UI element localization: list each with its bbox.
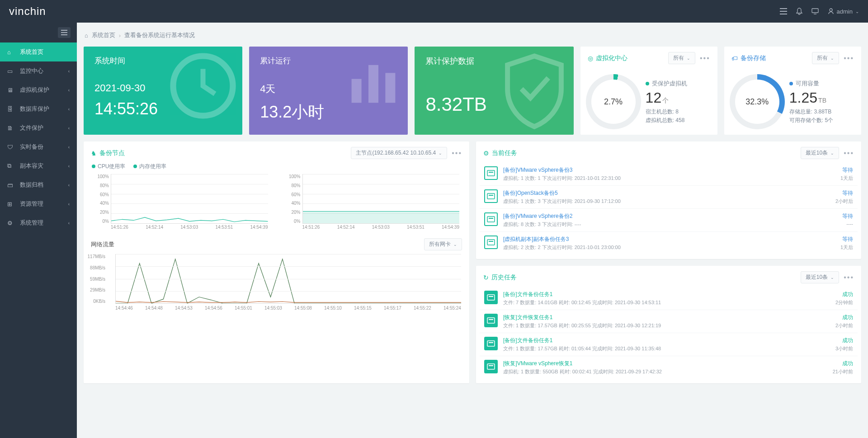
- task-row[interactable]: [备份]VMware vSphere备份3 虚拟机: 1 次数: 1 下次运行时…: [480, 163, 858, 186]
- sidebar-item-gear[interactable]: ⚙系统管理‹: [0, 213, 77, 232]
- task-type-icon: [484, 360, 498, 373]
- breadcrumb-sep: ›: [119, 32, 121, 39]
- sidebar-item-archive[interactable]: 🗃数据归档‹: [0, 175, 77, 194]
- task-type-icon: [484, 337, 498, 350]
- stat-line: 宿主机总数: 8: [646, 108, 712, 116]
- sidebar-toggle-row: [0, 23, 77, 42]
- sidebar-item-db[interactable]: 🗄数据库保护‹: [0, 99, 77, 118]
- task-row[interactable]: [备份]文件备份任务1 文件: 7 数据量: 14.01GB 耗时: 00:12…: [480, 287, 858, 310]
- task-subtitle: 文件: 1 数据量: 17.57GB 耗时: 01:05:44 完成时间: 20…: [503, 345, 830, 352]
- gauge-value: 2.7%: [586, 74, 641, 129]
- task-subtitle: 虚拟机: 1 次数: 1 下次运行时间: 2021-10-01 22:31:00: [503, 175, 835, 182]
- sidebar-item-shield[interactable]: 🛡实时备份‹: [0, 137, 77, 156]
- task-title: [备份]文件备份任务1: [503, 291, 830, 298]
- panel-title: ♞备份节点: [91, 149, 125, 157]
- brand-logo: vinchin: [9, 5, 46, 18]
- task-subtitle: 虚拟机: 1 数据量: 550GB 耗时: 00:02:41 完成时间: 202…: [503, 368, 827, 375]
- sidebar-item-copy[interactable]: ⧉副本容灾‹: [0, 156, 77, 175]
- task-status: 等待: [840, 166, 853, 174]
- panel-virt-center: ◎虚拟化中心 所有⌄ ••• 2.7% 受保护虚拟机 12个 宿主机总数: 8 …: [580, 47, 717, 135]
- home-icon: ⌂: [7, 49, 15, 56]
- current-filter-dropdown[interactable]: 最近10条⌄: [801, 147, 839, 159]
- chevron-down-icon: ⌄: [830, 275, 834, 280]
- stat-unit: TB: [818, 97, 826, 104]
- legend-cpu: CPU使用率: [98, 163, 125, 170]
- sidebar-item-resource[interactable]: ⊞资源管理‹: [0, 194, 77, 213]
- svg-rect-11: [489, 218, 493, 219]
- history-icon: ↻: [483, 274, 489, 281]
- task-title: [恢复]VMware vSphere恢复1: [503, 360, 827, 367]
- sidebar-item-monitor[interactable]: ▭监控中心‹: [0, 61, 77, 80]
- tile-protected-data: 累计保护数据 8.32TB: [415, 47, 573, 135]
- virt-filter-dropdown[interactable]: 所有⌄: [668, 52, 695, 64]
- svg-rect-19: [489, 342, 493, 343]
- clock-icon: [168, 51, 238, 121]
- task-title: [恢复]文件恢复任务1: [503, 314, 830, 321]
- mem-chart: 100%80%60%40%20%0% 14:51:2614:52:1414:53…: [283, 174, 462, 233]
- task-time: 2小时后: [835, 198, 853, 205]
- task-time: 1天后: [840, 175, 853, 182]
- task-row[interactable]: [备份]文件备份任务1 文件: 1 数据量: 17.57GB 耗时: 01:05…: [480, 333, 858, 356]
- cpu-chart: 100%80%60%40%20%0% 14:51:2614:52:1414:53…: [92, 174, 270, 233]
- sidebar-item-file[interactable]: 🗎文件保护‹: [0, 118, 77, 137]
- task-subtitle: 文件: 1 数据量: 17.57GB 耗时: 00:25:55 完成时间: 20…: [503, 322, 830, 329]
- task-type-icon: [484, 291, 498, 304]
- sidebar-item-label: 系统首页: [20, 48, 43, 56]
- history-filter-dropdown[interactable]: 最近10条⌄: [801, 271, 839, 283]
- sidebar-toggle-button[interactable]: [58, 27, 71, 38]
- sitemap-icon: ♞: [91, 150, 97, 157]
- file-icon: 🗎: [7, 125, 15, 132]
- sidebar-item-label: 数据库保护: [20, 105, 49, 113]
- more-icon[interactable]: •••: [844, 273, 854, 282]
- task-type-icon: [484, 235, 498, 249]
- task-type-icon: [484, 314, 498, 327]
- stat-line: 可用存储个数: 5个: [789, 117, 856, 124]
- chevron-down-icon: ⌄: [830, 56, 834, 61]
- sidebar-item-home[interactable]: ⌂系统首页: [0, 42, 77, 61]
- stat-value: 12: [646, 89, 662, 106]
- breadcrumb-home[interactable]: 系统首页: [92, 31, 115, 39]
- node-selector-dropdown[interactable]: 主节点(192.168.65.42 10.10.65.4⌄: [351, 147, 447, 159]
- svg-rect-8: [487, 193, 495, 199]
- vm-icon: 🖥: [7, 87, 15, 94]
- task-status: 等待: [842, 212, 853, 220]
- svg-point-1: [830, 9, 832, 11]
- svg-rect-12: [487, 240, 495, 245]
- panel-history-tasks: ↻历史任务 最近10条⌄ ••• [备份]文件备份任务1 文件: 7 数据量: …: [476, 266, 861, 383]
- task-status: 等待: [840, 235, 853, 243]
- task-row[interactable]: [恢复]VMware vSphere恢复1 虚拟机: 1 数据量: 550GB …: [480, 356, 858, 379]
- task-time: 2分钟前: [835, 299, 853, 306]
- bell-icon[interactable]: [796, 8, 802, 15]
- monitor-icon[interactable]: [811, 8, 819, 14]
- storage-filter-dropdown[interactable]: 所有⌄: [812, 52, 839, 64]
- list-icon[interactable]: [780, 8, 787, 14]
- svg-rect-0: [812, 9, 818, 13]
- task-subtitle: 文件: 7 数据量: 14.01GB 耗时: 00:12:45 完成时间: 20…: [503, 299, 830, 306]
- task-row[interactable]: [恢复]文件恢复任务1 文件: 1 数据量: 17.57GB 耗时: 00:25…: [480, 310, 858, 333]
- task-title: [备份]VMware vSphere备份2: [503, 212, 837, 220]
- more-icon[interactable]: •••: [452, 149, 462, 157]
- more-icon[interactable]: •••: [844, 149, 854, 157]
- panel-title: ◎虚拟化中心: [588, 54, 627, 62]
- nic-selector-dropdown[interactable]: 所有网卡⌄: [424, 238, 462, 250]
- task-row[interactable]: [虚拟机副本]副本备份任务3 虚拟机: 2 次数: 2 下次运行时间: 2021…: [480, 232, 858, 254]
- task-row[interactable]: [备份]VMware vSphere备份2 虚拟机: 8 次数: 3 下次运行时…: [480, 209, 858, 232]
- legend-label: 可用容量: [796, 80, 819, 87]
- sidebar-item-label: 实时备份: [20, 143, 43, 151]
- user-menu[interactable]: admin ⌄: [828, 8, 859, 15]
- bars-icon: [344, 51, 403, 111]
- tasks-icon: ⚙: [483, 150, 489, 157]
- task-row[interactable]: [备份]OpenStack备份5 虚拟机: 1 次数: 3 下次运行时间: 20…: [480, 186, 858, 209]
- more-icon[interactable]: •••: [844, 54, 854, 62]
- sidebar-item-vm[interactable]: 🖥虚拟机保护‹: [0, 80, 77, 99]
- stat-line: 存储总量: 3.88TB: [789, 108, 856, 116]
- home-icon: ⌂: [85, 32, 88, 39]
- chevron-down-icon: ⌄: [855, 9, 859, 14]
- chevron-left-icon: ‹: [68, 69, 70, 74]
- chevron-left-icon: ‹: [68, 221, 70, 226]
- svg-rect-20: [487, 364, 495, 369]
- sidebar-item-label: 资源管理: [20, 200, 43, 208]
- network-chart: 117MB/s88MB/s59MB/s29MB/s0KB/s 14:54:461…: [84, 254, 469, 317]
- chevron-left-icon: ‹: [68, 164, 70, 169]
- more-icon[interactable]: •••: [700, 54, 710, 62]
